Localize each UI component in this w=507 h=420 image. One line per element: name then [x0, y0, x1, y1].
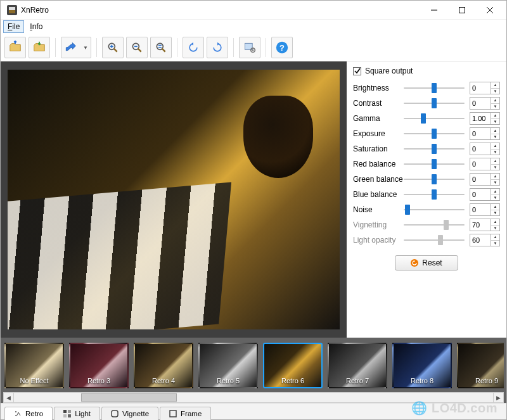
spinner-gamma[interactable]: 1.00▲▼ [470, 112, 500, 125]
slider-red_balance[interactable] [404, 158, 465, 170]
effect-thumb-retro-9[interactable]: Retro 9 [457, 343, 504, 388]
retro-icon [14, 410, 22, 417]
scroll-left-button[interactable]: ◀ [3, 392, 14, 403]
spinner-green_balance[interactable]: 0▲▼ [470, 173, 500, 186]
spinner-up-icon[interactable]: ▲ [491, 189, 499, 195]
slider-row-contrast: Contrast0▲▼ [353, 96, 500, 111]
open-button[interactable] [4, 37, 26, 58]
effect-thumb-retro-8[interactable]: Retro 8 [392, 343, 452, 388]
spinner-down-icon[interactable]: ▼ [491, 150, 499, 155]
spinner-down-icon[interactable]: ▼ [491, 134, 499, 140]
rotate-right-button[interactable] [207, 37, 228, 58]
spinner-down-icon[interactable]: ▼ [491, 226, 499, 231]
slider-saturation[interactable] [404, 143, 465, 155]
maximize-button[interactable] [448, 1, 476, 19]
effect-thumb-retro-3[interactable]: Retro 3 [69, 343, 129, 388]
zoom-in-button[interactable] [102, 37, 124, 58]
effect-thumb-no-effect[interactable]: No Effect [4, 343, 64, 388]
svg-text:?: ? [279, 42, 285, 52]
svg-rect-3 [459, 7, 465, 13]
slider-noise[interactable] [404, 204, 465, 215]
effect-thumb-retro-4[interactable]: Retro 4 [134, 343, 193, 388]
menu-info[interactable]: Info [25, 20, 47, 33]
spinner-down-icon[interactable]: ▼ [491, 119, 499, 125]
spinner-exposure[interactable]: 0▲▼ [470, 127, 500, 140]
spinner-down-icon[interactable]: ▼ [491, 104, 499, 110]
scroll-right-button[interactable]: ▶ [493, 392, 504, 403]
spinner-down-icon[interactable]: ▼ [491, 180, 499, 186]
tab-label: Light [75, 410, 91, 417]
spinner-up-icon[interactable]: ▲ [491, 98, 499, 104]
close-button[interactable] [476, 1, 504, 19]
share-button[interactable]: ▼ [61, 37, 91, 58]
spinner-up-icon[interactable]: ▲ [491, 174, 499, 180]
zoom-fit-button[interactable] [150, 37, 172, 58]
svg-rect-15 [63, 414, 67, 417]
spinner-down-icon[interactable]: ▼ [491, 195, 499, 201]
spinner-up-icon[interactable]: ▲ [491, 204, 499, 210]
slider-label-exposure: Exposure [353, 129, 404, 138]
tab-light[interactable]: Light [54, 407, 100, 420]
slider-brightness[interactable] [404, 82, 465, 94]
spinner-value: 1.00 [470, 115, 491, 122]
spinner-noise[interactable]: 0▲▼ [470, 203, 500, 216]
help-button[interactable]: ? [271, 37, 293, 58]
spinner-down-icon[interactable]: ▼ [491, 165, 499, 170]
slider-exposure[interactable] [404, 128, 465, 139]
spinner-up-icon[interactable]: ▲ [491, 113, 499, 119]
save-button[interactable] [29, 37, 50, 58]
zoom-out-button[interactable] [126, 37, 148, 58]
spinner-down-icon[interactable]: ▼ [491, 210, 499, 216]
slider-contrast[interactable] [404, 98, 465, 109]
slider-gamma[interactable] [404, 113, 465, 124]
effect-label: Retro 9 [458, 344, 504, 387]
effect-label: Retro 5 [200, 344, 257, 387]
slider-blue_balance[interactable] [404, 189, 465, 200]
effect-thumb-retro-6[interactable]: Retro 6 [263, 343, 323, 388]
svg-point-12 [15, 411, 16, 412]
spinner-brightness[interactable]: 0▲▼ [470, 82, 500, 94]
spinner-up-icon[interactable]: ▲ [491, 234, 499, 241]
settings-button[interactable] [239, 37, 260, 58]
slider-row-saturation: Saturation0▲▼ [353, 141, 500, 156]
spinner-up-icon[interactable]: ▲ [491, 128, 499, 134]
spinner-down-icon[interactable]: ▼ [491, 241, 499, 246]
toolbar-separator [96, 38, 97, 57]
scrollbar-track[interactable] [14, 392, 493, 403]
spinner-value: 0 [470, 191, 491, 198]
spinner-blue_balance[interactable]: 0▲▼ [470, 188, 500, 201]
spinner-up-icon[interactable]: ▲ [491, 82, 499, 89]
spinner-vignetting[interactable]: 70▲▼ [470, 219, 500, 231]
slider-row-light_opacity: Light opacity60▲▼ [353, 232, 500, 248]
spinner-up-icon[interactable]: ▲ [491, 219, 499, 226]
effect-thumb-retro-5[interactable]: Retro 5 [198, 343, 258, 388]
minimize-button[interactable] [420, 1, 448, 19]
slider-label-blue_balance: Blue balance [353, 190, 404, 199]
spinner-value: 60 [470, 236, 491, 244]
spinner-red_balance[interactable]: 0▲▼ [470, 158, 500, 170]
spinner-up-icon[interactable]: ▲ [491, 143, 499, 150]
spinner-contrast[interactable]: 0▲▼ [470, 97, 500, 110]
tab-label: Frame [181, 410, 202, 417]
spinner-up-icon[interactable]: ▲ [491, 158, 499, 165]
scrollbar-handle[interactable] [81, 393, 177, 402]
spinner-light_opacity[interactable]: 60▲▼ [470, 234, 500, 246]
spinner-saturation[interactable]: 0▲▼ [470, 143, 500, 155]
tab-retro[interactable]: Retro [4, 407, 53, 420]
window-title: XnRetro [21, 6, 420, 15]
menu-file[interactable]: File [3, 20, 24, 33]
slider-row-noise: Noise0▲▼ [353, 202, 500, 217]
effects-scrollbar[interactable]: ◀ ▶ [3, 392, 504, 403]
toolbar: ▼ ? [1, 34, 506, 61]
tab-vignette[interactable]: Vignette [101, 407, 158, 420]
effect-thumb-retro-7[interactable]: Retro 7 [328, 343, 387, 388]
slider-green_balance[interactable] [404, 174, 465, 185]
slider-light_opacity[interactable] [404, 234, 465, 246]
rotate-left-button[interactable] [183, 37, 204, 58]
spinner-down-icon[interactable]: ▼ [491, 89, 499, 94]
tab-label: Retro [25, 410, 43, 417]
reset-button[interactable]: Reset [395, 255, 458, 270]
slider-vignetting[interactable] [404, 219, 465, 231]
tab-frame[interactable]: Frame [160, 407, 211, 420]
square-output-checkbox[interactable] [353, 67, 361, 75]
